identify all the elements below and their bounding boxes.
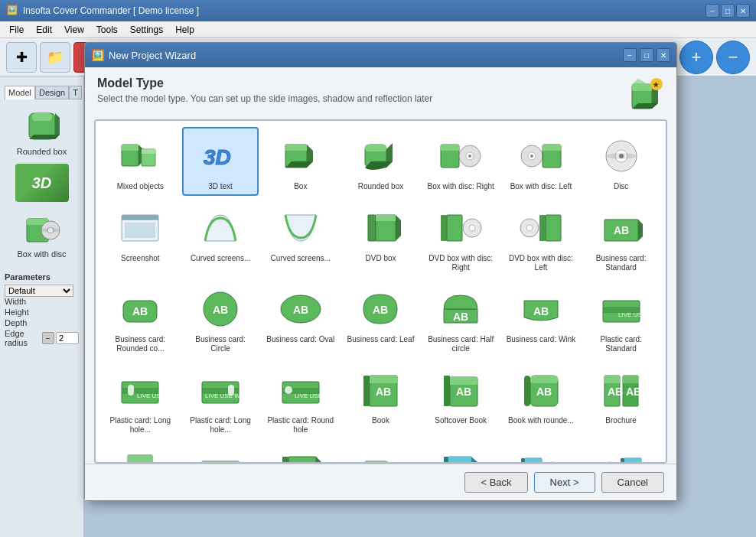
model-item-bluray-right[interactable]: Blu-ray with disc: Right — [503, 442, 580, 464]
sidebar-item-label-rounded-box: Rounded box — [17, 147, 67, 156]
model-item-dvd-right[interactable]: DVD box with disc: Right — [422, 199, 500, 277]
sidebar-item-box-disc[interactable]: Box with disc — [5, 207, 79, 262]
model-label-disc: Disc — [614, 182, 628, 191]
svg-text:AB: AB — [456, 386, 471, 398]
svg-marker-49 — [396, 215, 401, 241]
sidebar-tabs: Model Design T — [5, 86, 79, 99]
model-label-biz-wink: Business card: Wink — [507, 335, 576, 344]
model-label-biz-std: Business card: Standard — [585, 254, 657, 272]
toolbar-add-btn[interactable]: ✚ — [6, 42, 37, 73]
model-icon-vistabox — [356, 447, 405, 464]
menu-settings[interactable]: Settings — [124, 23, 169, 37]
dialog-minimize-btn[interactable]: − — [623, 48, 637, 62]
svg-rect-123 — [521, 458, 525, 464]
menu-tools[interactable]: Tools — [90, 23, 124, 37]
app-icon: 🖼️ — [6, 5, 18, 17]
zoom-in-btn[interactable]: + — [679, 41, 713, 74]
model-item-plastic-longhole[interactable]: LIVE USE IMG Plastic card: Long hole... — [102, 361, 179, 439]
dialog-icon: 🖼️ — [91, 49, 104, 61]
tab-model[interactable]: Model — [5, 86, 35, 99]
maximize-btn[interactable]: □ — [721, 4, 735, 18]
model-item-biz-oval[interactable]: AB Business card: Oval — [262, 280, 339, 358]
model-item-curved2[interactable]: Curved screens... — [262, 199, 339, 277]
model-label-rounded-box: Rounded box — [358, 182, 404, 191]
minimize-btn[interactable]: − — [705, 4, 719, 18]
model-grid-container[interactable]: Mixed objects 3D 3D text — [94, 119, 667, 464]
model-item-biz-round[interactable]: AB Business card: Rounded co... — [102, 280, 179, 358]
model-icon-biz-std: AB — [597, 203, 646, 252]
model-item-softcover[interactable]: AB Softcover Book — [422, 361, 500, 439]
model-item-biz-std[interactable]: AB Business card: Standard — [582, 199, 660, 277]
model-label-disc-right: Box with disc: Right — [428, 182, 494, 191]
dialog-header-title: Model Type — [97, 76, 432, 90]
model-item-disc-left[interactable]: Box with disc: Left — [503, 127, 580, 196]
model-item-brochure[interactable]: AB AB Brochure — [582, 361, 660, 439]
model-item-vistabox[interactable]: Vista box — [342, 442, 419, 464]
tab-design[interactable]: Design — [35, 86, 69, 99]
model-item-bluray-left[interactable]: Blu-ray with disc: Left — [582, 442, 660, 464]
dialog-maximize-btn[interactable]: □ — [640, 48, 653, 62]
dialog-header-subtitle: Select the model type. You can set up th… — [97, 93, 432, 104]
model-label-plastic-round: Plastic card: Round hole — [265, 416, 336, 434]
sidebar-item-rounded-box[interactable]: Rounded box — [5, 104, 79, 159]
model-item-biz-wink[interactable]: AB Business card: Wink — [503, 280, 580, 358]
model-label-biz-round: Business card: Rounded co... — [105, 335, 176, 353]
model-item-book[interactable]: AB Book — [342, 361, 419, 439]
menu-help[interactable]: Help — [169, 23, 200, 37]
model-item-plastic-longholecard[interactable]: LIVE USE IMG Plastic card: Long hole... — [182, 361, 259, 439]
dialog-header-text: Model Type Select the model type. You ca… — [97, 76, 432, 104]
model-icon-biz-half: AB — [436, 285, 485, 334]
model-item-disc-right[interactable]: Box with disc: Right — [422, 127, 500, 196]
close-btn[interactable]: ✕ — [736, 4, 750, 18]
model-item-manual[interactable]: AB Manual — [262, 442, 339, 464]
param-row-width: Width — [5, 297, 79, 306]
model-icon-manual: AB — [276, 447, 325, 464]
toolbar-folder-btn[interactable]: 📁 — [40, 42, 70, 73]
menu-edit[interactable]: Edit — [30, 23, 58, 37]
model-icon-disc-left — [516, 132, 565, 181]
edge-decrease-btn[interactable]: − — [42, 332, 54, 344]
model-item-disc[interactable]: Disc — [582, 127, 660, 196]
dialog-close-btn[interactable]: ✕ — [657, 48, 670, 62]
model-label-dvd-box: DVD box — [365, 254, 396, 263]
params-preset-select[interactable]: Default — [5, 285, 73, 297]
model-item-dvd-left[interactable]: DVD box with disc: Left — [503, 199, 580, 277]
model-item-plastic-round[interactable]: LIVE USE IMG Plastic card: Round hole — [262, 361, 339, 439]
cancel-button[interactable]: Cancel — [601, 472, 664, 493]
tab-t[interactable]: T — [69, 86, 82, 99]
menu-file[interactable]: File — [3, 23, 30, 37]
zoom-out-btn[interactable]: − — [716, 41, 750, 74]
model-item-bookrounded[interactable]: AB Book with rounde... — [503, 361, 580, 439]
model-item-rounded-box[interactable]: Rounded box — [342, 127, 419, 196]
model-item-3dtext[interactable]: 3D 3D text — [182, 127, 259, 196]
svg-rect-76 — [128, 385, 134, 395]
svg-rect-10 — [632, 84, 652, 91]
model-item-flyer[interactable]: AB Flyer — [102, 442, 179, 464]
model-label-softcover: Softcover Book — [435, 416, 487, 425]
svg-text:LIVE USE IMG: LIVE USE IMG — [618, 311, 644, 318]
menu-view[interactable]: View — [58, 23, 90, 37]
model-item-curved1[interactable]: Curved screens... — [182, 199, 259, 277]
model-item-box[interactable]: Box — [262, 127, 339, 196]
box-disc-icon — [23, 210, 61, 248]
model-item-biz-half[interactable]: AB Business card: Half circle — [422, 280, 500, 358]
model-icon-bluray-right — [516, 447, 565, 464]
svg-text:LIVE USE IMG: LIVE USE IMG — [295, 392, 324, 399]
model-item-biz-circle[interactable]: AB Business card: Circle — [182, 280, 259, 358]
model-icon-mixed — [116, 132, 165, 181]
edge-radius-input[interactable] — [56, 332, 79, 344]
model-item-plastic-std[interactable]: LIVE USE IMG Plastic card: Standard — [582, 280, 660, 358]
model-item-mixed[interactable]: Mixed objects — [102, 127, 179, 196]
model-item-dvd-box[interactable]: DVD box — [342, 199, 419, 277]
model-item-postcard[interactable]: Postcard — [182, 442, 259, 464]
back-button[interactable]: < Back — [464, 472, 527, 493]
model-icon-box — [276, 132, 325, 181]
model-item-screenshot[interactable]: Screenshot — [102, 199, 179, 277]
rounded-box-icon — [23, 107, 61, 145]
next-button[interactable]: Next > — [534, 472, 595, 493]
model-item-biz-leaf[interactable]: AB Business card: Leaf — [342, 280, 419, 358]
model-icon-bluray-left — [597, 447, 646, 464]
model-item-bluray[interactable]: Blu-ray box — [422, 442, 500, 464]
sidebar-3d-preview: 3D — [15, 164, 69, 202]
svg-rect-96 — [530, 376, 558, 383]
